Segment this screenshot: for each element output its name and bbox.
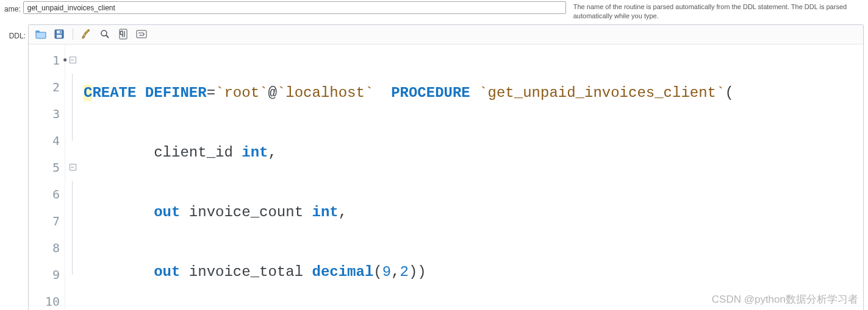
gutter-line: 6 — [29, 181, 65, 208]
gutter-line: 1 — [29, 47, 65, 74]
ddl-label: DDL: — [0, 21, 28, 40]
gutter-line: 5 — [29, 154, 65, 181]
gutter-line: 9 — [29, 261, 65, 288]
gutter-line: 2 — [29, 74, 65, 100]
beautify-button[interactable] — [81, 28, 93, 40]
svg-line-7 — [106, 35, 109, 38]
fold-column: − − — [65, 44, 80, 310]
routine-name-input[interactable] — [23, 1, 566, 14]
toolbar-separator — [73, 29, 73, 40]
wrap-icon — [136, 30, 147, 38]
pilcrow-icon — [118, 29, 128, 40]
save-icon — [54, 29, 64, 39]
gutter-line: 10 — [29, 288, 65, 310]
svg-rect-2 — [57, 35, 62, 38]
code-lines[interactable]: CREATE DEFINER=`root`@`localhost` PROCED… — [80, 44, 863, 310]
gutter-line: 7 — [29, 208, 65, 234]
code-line: CREATE DEFINER=`root`@`localhost` PROCED… — [84, 80, 863, 107]
svg-point-6 — [101, 30, 107, 36]
search-button[interactable] — [99, 28, 111, 40]
name-label: ame: — [0, 1, 23, 13]
help-text: The name of the routine is parsed automa… — [566, 1, 868, 21]
line-gutter: 1 2 3 4 5 6 7 8 9 10 — [29, 44, 65, 310]
fold-toggle[interactable]: − — [65, 154, 80, 181]
code-line: out invoice_total decimal(9,2)) — [84, 259, 863, 286]
svg-rect-3 — [60, 31, 61, 33]
folder-icon — [35, 29, 46, 39]
open-file-button[interactable] — [35, 28, 47, 40]
gutter-line: 8 — [29, 234, 65, 261]
gutter-line: 4 — [29, 127, 65, 154]
code-line: out invoice_count int, — [84, 199, 863, 226]
broom-icon — [82, 29, 91, 40]
search-icon — [100, 29, 110, 39]
ddl-editor: 1 2 3 4 5 6 7 8 9 10 − − — [28, 24, 864, 310]
editor-toolbar — [29, 25, 863, 44]
code-line: client_id int, — [84, 139, 863, 166]
wrap-button[interactable] — [135, 28, 148, 40]
gutter-line: 3 — [29, 100, 65, 127]
svg-rect-9 — [137, 30, 146, 38]
save-button[interactable] — [53, 28, 65, 40]
code-area[interactable]: 1 2 3 4 5 6 7 8 9 10 − − — [29, 44, 863, 310]
show-invisible-button[interactable] — [117, 28, 129, 40]
fold-toggle[interactable]: − — [65, 47, 80, 74]
